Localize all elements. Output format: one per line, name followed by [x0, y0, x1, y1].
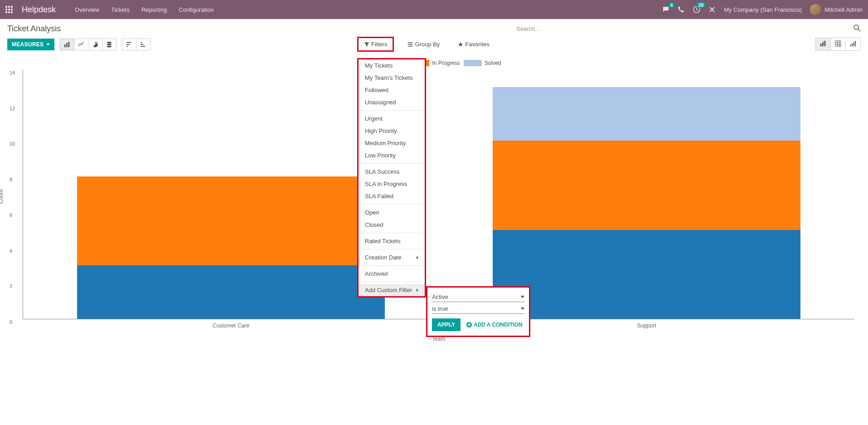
bar-segment[interactable]	[493, 141, 800, 230]
search-icon[interactable]	[853, 24, 861, 33]
nav-tickets[interactable]: Tickets	[111, 6, 130, 13]
filter-medium-priority[interactable]: Medium Priority	[359, 137, 425, 149]
bar-segment[interactable]	[77, 176, 385, 265]
stack-button[interactable]	[102, 39, 116, 50]
bar-segment[interactable]	[493, 87, 800, 141]
filter-followed[interactable]: Followed	[359, 84, 425, 96]
caret-down-icon	[46, 44, 50, 45]
brand[interactable]: Helpdesk	[22, 5, 56, 15]
pivot-view-button[interactable]	[831, 38, 846, 51]
search-options: Filters Group By Favorites	[357, 37, 494, 52]
filter-sla-failed[interactable]: SLA Failed	[359, 190, 425, 202]
filter-unassigned[interactable]: Unassigned	[359, 96, 425, 108]
svg-rect-8	[11, 11, 13, 13]
filter-add-custom[interactable]: Add Custom Filter	[359, 284, 425, 296]
group-by-button[interactable]: Group By	[403, 39, 444, 49]
legend: NewIn ProgressSolved	[23, 60, 854, 66]
filters-label: Filters	[371, 41, 387, 48]
favorites-button[interactable]: Favorites	[453, 39, 494, 49]
caret-down-icon	[521, 296, 524, 298]
svg-rect-23	[141, 42, 142, 43]
svg-rect-4	[8, 9, 10, 10]
user-menu[interactable]: Mitchell Admin	[810, 4, 863, 15]
search-input[interactable]	[516, 23, 853, 35]
svg-rect-24	[408, 42, 413, 43]
svg-rect-30	[835, 41, 841, 46]
toolbar: MEASURES Filters Group By Favorites	[0, 37, 868, 55]
filter-sla-in-progress[interactable]: SLA in Progress	[359, 178, 425, 190]
bar-stack	[493, 87, 800, 319]
favorites-label: Favorites	[465, 41, 489, 48]
filter-sla-success[interactable]: SLA Success	[359, 166, 425, 178]
filter-urgent[interactable]: Urgent	[359, 112, 425, 125]
svg-rect-41	[467, 324, 470, 325]
dashboard-view-button[interactable]	[846, 38, 861, 51]
y-tick: 8	[10, 177, 12, 182]
y-tick: 4	[10, 248, 12, 254]
sort-desc-button[interactable]	[122, 39, 136, 50]
filter-low-priority[interactable]: Low Priority	[359, 149, 425, 161]
separator	[359, 249, 425, 249]
legend-item[interactable]: Solved	[464, 60, 501, 66]
graph-view-button[interactable]	[815, 38, 831, 51]
svg-rect-26	[408, 46, 413, 47]
filter-high-priority[interactable]: High Priority	[359, 125, 425, 137]
filters-button[interactable]: Filters	[357, 37, 394, 52]
custom-filter-field[interactable]: Active	[432, 292, 524, 302]
chart-type-group	[60, 39, 116, 50]
svg-rect-14	[68, 41, 70, 47]
sort-asc-button[interactable]	[136, 39, 150, 50]
nav-menu: Overview Tickets Reporting Configuration	[75, 6, 214, 13]
svg-rect-25	[408, 44, 413, 45]
apps-icon[interactable]	[5, 6, 13, 13]
filter-icon	[364, 42, 369, 47]
svg-rect-21	[141, 46, 145, 47]
filter-my-tickets[interactable]: My Tickets	[359, 59, 425, 72]
header: Ticket Analysis	[0, 19, 868, 37]
apply-button[interactable]: APPLY	[432, 318, 461, 331]
y-tick: 0	[10, 319, 12, 325]
filter-archived[interactable]: Archived	[359, 268, 425, 280]
bar-segment[interactable]	[77, 265, 385, 319]
bar-stack	[77, 176, 385, 319]
svg-point-15	[107, 41, 112, 43]
nav-configuration[interactable]: Configuration	[179, 6, 213, 13]
filter-creation-date[interactable]: Creation Date	[359, 251, 425, 264]
custom-filter-condition[interactable]: is true	[432, 304, 524, 314]
nav-overview[interactable]: Overview	[75, 6, 99, 13]
filter-rated-tickets[interactable]: Rated Tickets	[359, 235, 425, 247]
activities-icon[interactable]: 28	[693, 6, 700, 13]
bar-segment[interactable]	[493, 230, 800, 319]
messages-icon[interactable]: 4	[662, 6, 669, 13]
phone-icon[interactable]	[678, 6, 685, 13]
filter-open[interactable]: Open	[359, 206, 425, 219]
svg-rect-0	[5, 6, 7, 8]
svg-line-11	[858, 29, 860, 31]
svg-rect-35	[850, 44, 851, 46]
separator	[359, 265, 425, 266]
company-switcher[interactable]: My Company (San Francisco)	[724, 6, 802, 13]
svg-rect-7	[8, 11, 10, 13]
filters-dropdown: My Tickets My Team's Tickets Followed Un…	[357, 58, 426, 298]
svg-rect-28	[822, 42, 824, 47]
bar-chart-button[interactable]	[60, 39, 74, 50]
custom-filter-panel: Active is true APPLY ADD A CONDITION	[426, 286, 530, 337]
separator	[359, 282, 425, 282]
activities-badge: 28	[696, 2, 706, 8]
line-chart-button[interactable]	[74, 39, 88, 50]
debug-icon[interactable]	[708, 6, 716, 13]
y-tick: 2	[10, 283, 12, 289]
svg-rect-19	[126, 44, 130, 45]
measures-button[interactable]: MEASURES	[7, 39, 54, 50]
add-condition-button[interactable]: ADD A CONDITION	[466, 322, 523, 328]
separator	[359, 110, 425, 111]
caret-down-icon	[521, 308, 524, 310]
y-tick: 12	[10, 106, 15, 111]
x-tick: Support	[637, 322, 656, 329]
pie-chart-button[interactable]	[88, 39, 102, 50]
filter-my-teams-tickets[interactable]: My Team's Tickets	[359, 72, 425, 84]
separator	[359, 204, 425, 205]
filter-closed[interactable]: Closed	[359, 219, 425, 231]
search-wrap	[516, 23, 861, 35]
nav-reporting[interactable]: Reporting	[141, 6, 167, 13]
